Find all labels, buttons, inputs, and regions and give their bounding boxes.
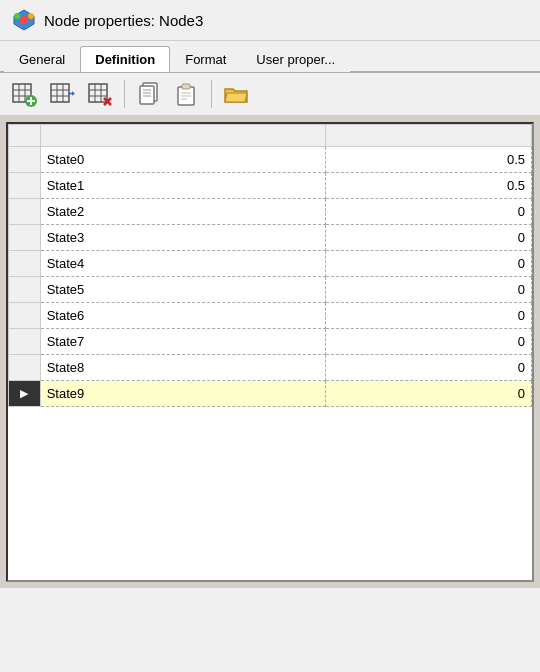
table-row[interactable]: State20 [9,199,532,225]
svg-rect-31 [182,84,190,89]
row-marker [9,173,41,199]
separator-1 [124,80,125,108]
row-state-value: 0 [325,303,531,329]
table-row[interactable]: State00.5 [9,147,532,173]
row-state-value: 0 [325,277,531,303]
row-state-value: 0 [325,225,531,251]
tab-user-properties[interactable]: User proper... [241,46,350,72]
svg-rect-26 [140,86,154,104]
definition-table: State00.5State10.5State20State30State40S… [8,124,532,407]
title-bar: Node properties: Node3 [0,0,540,41]
svg-point-2 [14,13,20,19]
row-marker [9,225,41,251]
header-value [325,125,531,147]
row-state-name: State0 [40,147,325,173]
row-state-name: State6 [40,303,325,329]
paste-button[interactable] [169,77,205,111]
delete-row-button[interactable] [82,77,118,111]
table-header-row [9,125,532,147]
row-marker [9,329,41,355]
row-marker: ▶ [9,381,41,407]
row-state-value: 0 [325,381,531,407]
row-state-name: State5 [40,277,325,303]
row-state-value: 0.5 [325,147,531,173]
row-state-value: 0 [325,251,531,277]
table-row[interactable]: State40 [9,251,532,277]
row-marker [9,251,41,277]
tabs-bar: General Definition Format User proper... [0,41,540,73]
row-state-value: 0 [325,329,531,355]
table-row[interactable]: ▶State90 [9,381,532,407]
app-icon [12,8,36,32]
add-row-button[interactable] [6,77,42,111]
row-state-value: 0 [325,355,531,381]
table-row[interactable]: State30 [9,225,532,251]
separator-2 [211,80,212,108]
row-state-value: 0.5 [325,173,531,199]
svg-point-3 [28,13,34,19]
row-state-name: State2 [40,199,325,225]
row-state-name: State4 [40,251,325,277]
row-marker [9,277,41,303]
svg-rect-12 [51,84,69,102]
row-state-name: State8 [40,355,325,381]
table-row[interactable]: State50 [9,277,532,303]
copy-button[interactable] [131,77,167,111]
table-row[interactable]: State70 [9,329,532,355]
table-row[interactable]: State60 [9,303,532,329]
toolbar [0,73,540,116]
row-marker [9,147,41,173]
edit-row-button[interactable] [44,77,80,111]
table-row[interactable]: State80 [9,355,532,381]
row-state-name: State1 [40,173,325,199]
header-name [40,125,325,147]
row-marker [9,303,41,329]
window-title: Node properties: Node3 [44,12,203,29]
tab-format[interactable]: Format [170,46,241,72]
row-marker [9,199,41,225]
svg-point-1 [20,16,28,24]
header-marker [9,125,41,147]
tab-definition[interactable]: Definition [80,46,170,72]
row-state-name: State3 [40,225,325,251]
table-row[interactable]: State10.5 [9,173,532,199]
row-state-value: 0 [325,199,531,225]
tab-general[interactable]: General [4,46,80,72]
row-marker [9,355,41,381]
row-state-name: State9 [40,381,325,407]
row-state-name: State7 [40,329,325,355]
content-area: State00.5State10.5State20State30State40S… [0,116,540,588]
table-container[interactable]: State00.5State10.5State20State30State40S… [6,122,534,582]
open-button[interactable] [218,77,254,111]
